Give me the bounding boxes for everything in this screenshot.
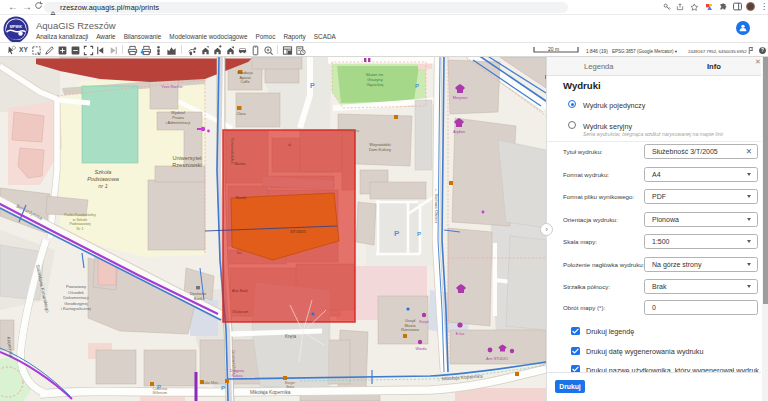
svg-text:Clara: Clara: [236, 112, 246, 116]
svg-text:P: P: [310, 82, 315, 89]
svg-text:Powiatowy: Powiatowy: [66, 284, 87, 289]
svg-text:3/T/2005: 3/T/2005: [290, 229, 307, 234]
svg-text:Rzeszowski: Rzeszowski: [172, 162, 202, 168]
svg-text:Dokumentacji: Dokumentacji: [63, 295, 88, 300]
svg-text:Fundacja: Fundacja: [237, 71, 254, 75]
svg-text:Merynos: Merynos: [453, 96, 468, 100]
svg-text:P: P: [221, 385, 225, 391]
svg-text:i Administracji: i Administracji: [166, 120, 191, 125]
svg-text:Kręta: Kręta: [285, 334, 296, 339]
svg-text:Deutsche: Deutsche: [190, 292, 206, 296]
svg-text:Gęsickiej: Gęsickiej: [367, 82, 384, 87]
svg-text:E-lux: E-lux: [456, 332, 465, 336]
svg-text:Ator Bank: Ator Bank: [232, 289, 248, 293]
svg-text:Geodezyjnej: Geodezyjnej: [64, 301, 87, 306]
svg-text:Cafe Mini: Cafe Mini: [202, 381, 218, 385]
svg-text:Rzeszowa: Rzeszowa: [401, 328, 419, 332]
svg-text:P: P: [415, 83, 419, 89]
svg-text:Podstawowej: Podstawowej: [69, 222, 90, 226]
svg-text:MPWiK: MPWiK: [10, 25, 23, 29]
svg-text:Punkt Przedszkolny: Punkt Przedszkolny: [64, 213, 96, 217]
svg-text:Dom Kultury: Dom Kultury: [369, 147, 391, 152]
svg-text:Nr 1: Nr 1: [77, 227, 84, 231]
svg-text:Yves Rocher: Yves Rocher: [161, 85, 183, 89]
svg-text:Bank: Bank: [194, 297, 203, 301]
svg-text:Warda: Warda: [415, 347, 427, 351]
svg-text:1st: 1st: [237, 251, 242, 255]
svg-text:Store: Store: [286, 385, 294, 389]
svg-text:P: P: [394, 229, 400, 238]
svg-text:Ośrodek: Ośrodek: [68, 290, 85, 295]
svg-text:w Szkole: w Szkole: [73, 218, 87, 222]
svg-text:?: ?: [761, 48, 764, 53]
svg-text:Uniwersytet: Uniwersytet: [172, 155, 202, 161]
svg-text:nr 1: nr 1: [98, 183, 108, 189]
svg-text:Urząd: Urząd: [405, 319, 415, 323]
svg-text:Rondo: Rondo: [236, 196, 247, 200]
svg-text:Miasta: Miasta: [404, 324, 416, 328]
svg-text:P: P: [417, 231, 421, 237]
svg-text:Blanka: Blanka: [235, 162, 246, 166]
svg-text:ul.: ul.: [288, 143, 292, 147]
svg-text:Podstawowa: Podstawowa: [87, 176, 119, 182]
svg-text:Caffe: Caffe: [240, 80, 249, 84]
svg-text:Okulanum: Okulanum: [232, 310, 248, 314]
svg-text:Arybon: Arybon: [453, 130, 465, 134]
svg-text:← Stefana Okrzei: ← Stefana Okrzei: [434, 188, 439, 223]
svg-text:Szkoła: Szkoła: [95, 169, 112, 175]
svg-text:Grunwaldzka: Grunwaldzka: [231, 350, 237, 375]
svg-text:Millenium: Millenium: [153, 391, 167, 395]
svg-text:Mikołaja Kopernika: Mikołaja Kopernika: [250, 390, 291, 395]
svg-text:Krzyś: Krzyś: [419, 320, 429, 324]
svg-text:i Kartograficznej: i Kartograficznej: [61, 306, 91, 311]
svg-text:Ann STUDIO: Ann STUDIO: [486, 357, 508, 361]
svg-text:Grunwaldzka: Grunwaldzka: [230, 138, 235, 164]
svg-text:Bohema: Bohema: [345, 129, 360, 133]
svg-text:Aparat: Aparat: [239, 76, 251, 80]
